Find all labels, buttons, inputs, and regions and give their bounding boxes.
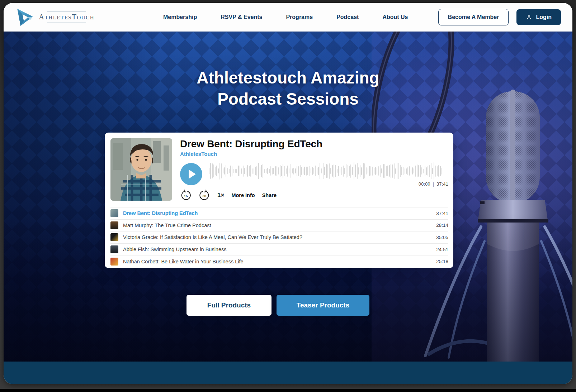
login-button[interactable]: Login bbox=[516, 9, 561, 25]
nav-podcast[interactable]: Podcast bbox=[336, 14, 359, 20]
episode-title: Drew Bent: Disrupting EdTech bbox=[180, 138, 448, 150]
episode-row-duration: 25:18 bbox=[436, 259, 448, 264]
episode-row-duration: 28:14 bbox=[436, 223, 448, 228]
guest-photo bbox=[110, 138, 172, 201]
brand-rule-bottom bbox=[47, 23, 86, 23]
cta-row: Full Products Teaser Products bbox=[187, 295, 369, 316]
main-nav: Membership RSVP & Events Programs Podcas… bbox=[163, 14, 408, 20]
episode-row-3[interactable]: Victoria Gracie: If Satisfaction Is Like… bbox=[110, 231, 448, 243]
login-label: Login bbox=[536, 14, 552, 20]
episode-row-title: Nathan Corbett: Be Like Water in Your Bu… bbox=[123, 259, 430, 264]
channel-name[interactable]: AthletesTouch bbox=[180, 151, 448, 157]
episode-thumbnail bbox=[110, 209, 118, 217]
player-sub-controls: 15 30 1× More Info bbox=[180, 190, 448, 201]
episode-row-5[interactable]: Nathan Corbett: Be Like Water in Your Bu… bbox=[110, 255, 448, 267]
skip-forward-icon: 30 bbox=[199, 190, 210, 201]
become-member-button[interactable]: Become A Member bbox=[438, 9, 509, 25]
share-button[interactable]: Share bbox=[262, 192, 277, 198]
skip-back-icon: 15 bbox=[180, 190, 192, 201]
play-icon bbox=[189, 169, 196, 179]
podcast-player-card: Drew Bent: Disrupting EdTech AthletesTou… bbox=[105, 133, 453, 268]
total-duration: 37:41 bbox=[436, 182, 448, 187]
playback-speed-button[interactable]: 1× bbox=[217, 192, 224, 199]
user-icon bbox=[526, 14, 532, 20]
svg-text:30: 30 bbox=[203, 194, 207, 198]
brand-block: AthletesTouch bbox=[38, 11, 95, 23]
screenshot-stage: AthletesTouch Membership RSVP & Events P… bbox=[0, 0, 576, 392]
play-row: 00:00|37:41 bbox=[180, 161, 448, 187]
player-main: Drew Bent: Disrupting EdTech AthletesTou… bbox=[180, 138, 448, 201]
brand-text: AthletesTouch bbox=[38, 11, 95, 23]
episode-row-title: Abbie Fish: Swimming Upstream in Busines… bbox=[123, 247, 430, 252]
nav-programs[interactable]: Programs bbox=[286, 14, 313, 20]
player-top-section: Drew Bent: Disrupting EdTech AthletesTou… bbox=[110, 138, 448, 201]
hero-section: Athletestouch Amazing Podcast Sessions bbox=[4, 32, 572, 362]
top-navigation-bar: AthletesTouch Membership RSVP & Events P… bbox=[4, 3, 572, 32]
browser-page: AthletesTouch Membership RSVP & Events P… bbox=[4, 3, 572, 384]
play-button[interactable] bbox=[180, 163, 202, 185]
page-title-line2: Podcast Sessions bbox=[217, 90, 359, 108]
header-actions: Become A Member Login bbox=[438, 9, 561, 25]
more-info-button[interactable]: More Info bbox=[231, 192, 255, 198]
episode-row-title: Victoria Gracie: If Satisfaction Is Like… bbox=[123, 234, 430, 240]
episode-thumbnail bbox=[110, 221, 118, 229]
time-separator: | bbox=[433, 182, 434, 187]
episode-row-title: Drew Bent: Disrupting EdTech bbox=[123, 210, 430, 216]
episode-thumbnail bbox=[110, 258, 118, 266]
episode-row-1[interactable]: Drew Bent: Disrupting EdTech 37:41 bbox=[110, 207, 448, 219]
episode-artwork bbox=[110, 138, 172, 201]
episode-row-duration: 35:05 bbox=[436, 235, 448, 240]
nav-rsvp-events[interactable]: RSVP & Events bbox=[221, 14, 262, 20]
skip-forward-30-button[interactable]: 30 bbox=[199, 190, 210, 201]
time-display: 00:00|37:41 bbox=[209, 182, 448, 187]
skip-back-15-button[interactable]: 15 bbox=[180, 190, 192, 201]
page-title: Athletestouch Amazing Podcast Sessions bbox=[4, 32, 572, 110]
logo[interactable]: AthletesTouch bbox=[15, 7, 95, 28]
footer-bar bbox=[4, 362, 572, 384]
episode-row-duration: 37:41 bbox=[436, 211, 448, 216]
page-title-line1: Athletestouch Amazing bbox=[197, 68, 379, 87]
episode-row-title: Matt Murphy: The True Crime Podcast bbox=[123, 223, 430, 228]
episode-row-4[interactable]: Abbie Fish: Swimming Upstream in Busines… bbox=[110, 243, 448, 255]
episode-row-2[interactable]: Matt Murphy: The True Crime Podcast 28:1… bbox=[110, 219, 448, 231]
svg-text:15: 15 bbox=[184, 194, 188, 198]
full-products-button[interactable]: Full Products bbox=[187, 295, 272, 316]
nav-membership[interactable]: Membership bbox=[163, 14, 197, 20]
nav-about-us[interactable]: About Us bbox=[382, 14, 408, 20]
episode-row-duration: 24:51 bbox=[436, 247, 448, 252]
waveform-column: 00:00|37:41 bbox=[209, 161, 448, 187]
episode-thumbnail bbox=[110, 233, 118, 241]
teaser-products-button[interactable]: Teaser Products bbox=[277, 295, 369, 316]
episode-list: Drew Bent: Disrupting EdTech 37:41 Matt … bbox=[110, 207, 448, 267]
current-time: 00:00 bbox=[419, 182, 430, 187]
episode-thumbnail bbox=[110, 245, 118, 253]
waveform[interactable] bbox=[209, 161, 448, 181]
logo-triangle-icon bbox=[15, 7, 34, 28]
